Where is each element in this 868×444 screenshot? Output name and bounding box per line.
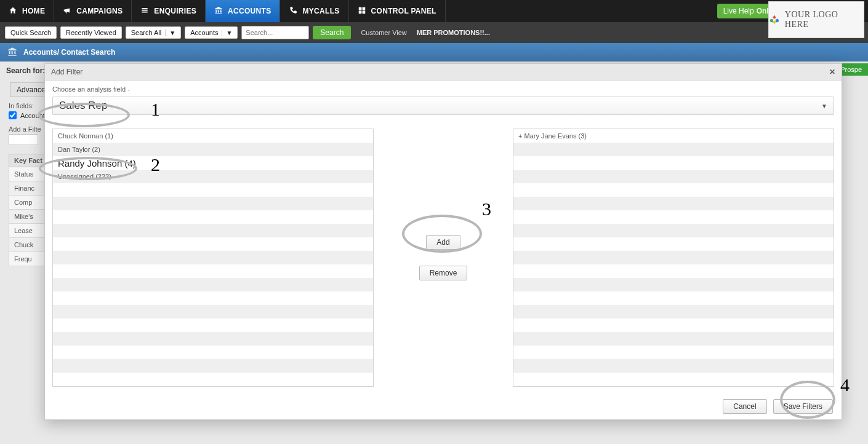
grid-icon — [358, 6, 366, 17]
list-item[interactable]: Unassigned (222) — [53, 170, 373, 183]
list-item[interactable]: Chuck Norman (1) — [53, 129, 373, 143]
list-item[interactable]: Randy Johnson (4) — [53, 156, 373, 170]
list-item[interactable]: Dan Taylor (2) — [53, 143, 373, 156]
logo-text: YOUR LOGO HERE — [785, 10, 864, 30]
list-item — [53, 183, 373, 197]
list-item[interactable]: + Mary Jane Evans (3) — [513, 129, 834, 143]
analysis-field-value: Sales Rep — [59, 100, 107, 112]
list-item — [513, 332, 834, 346]
modal-body: Choose an analysis field - Sales Rep ▼ C… — [45, 81, 842, 419]
save-filters-button[interactable]: Save Filters — [773, 399, 833, 414]
nav-home[interactable]: HOME — [0, 0, 54, 22]
nav-mycalls-label: MYCALLS — [302, 7, 339, 15]
selected-listbox[interactable]: + Mary Jane Evans (3) — [513, 129, 834, 387]
modal-footer: Cancel Save Filters — [723, 399, 833, 414]
nav-enquiries-label: ENQUIRIES — [154, 7, 196, 15]
phone-icon — [289, 6, 297, 17]
nav-accounts[interactable]: ACCOUNTS — [206, 0, 280, 22]
choose-field-label: Choose an analysis field - — [52, 85, 834, 93]
nav-control-panel-label: CONTROL PANEL — [371, 7, 436, 15]
lists-area: Chuck Norman (1)Dan Taylor (2)Randy John… — [52, 129, 834, 387]
list-item — [53, 237, 373, 251]
nav-enquiries[interactable]: ENQUIRIES — [132, 0, 206, 22]
list-item — [513, 359, 834, 373]
list-item — [513, 264, 834, 278]
modal-title: Add Filter — [51, 68, 82, 76]
list-item — [53, 210, 373, 224]
analysis-field-select[interactable]: Sales Rep ▼ — [52, 97, 834, 115]
cancel-button[interactable]: Cancel — [723, 399, 766, 414]
remove-button[interactable]: Remove — [419, 266, 468, 280]
quick-search-button[interactable]: Quick Search — [5, 26, 57, 39]
bank-icon — [214, 6, 223, 17]
modal-header: Add Filter ✕ — [45, 64, 842, 81]
list-item — [53, 346, 373, 359]
list-item — [513, 197, 834, 210]
list-icon — [140, 6, 149, 17]
mer-promo-text: MER PROMOTIONS!!... — [417, 29, 490, 36]
list-item — [513, 305, 834, 319]
bank-icon — [7, 47, 17, 58]
add-button[interactable]: Add — [426, 235, 460, 250]
page-title: Accounts/ Contact Search — [23, 48, 115, 57]
chevron-down-icon: ▼ — [165, 30, 175, 36]
list-item — [513, 143, 834, 156]
list-item — [53, 332, 373, 346]
nav-campaigns-label: CAMPAIGNS — [76, 7, 123, 15]
customer-view-link[interactable]: Customer View — [361, 29, 406, 36]
list-item — [513, 170, 834, 183]
top-nav: HOME CAMPAIGNS ENQUIRIES ACCOUNTS MYCALL… — [0, 0, 868, 22]
list-item — [53, 305, 373, 319]
list-item — [513, 278, 834, 291]
list-item — [53, 359, 373, 373]
logo-box: YOUR LOGO HERE — [768, 1, 864, 38]
list-item — [513, 291, 834, 305]
list-item — [53, 197, 373, 210]
search-all-label: Search All — [131, 29, 162, 36]
list-item — [513, 346, 834, 359]
list-item — [513, 183, 834, 197]
list-item — [513, 319, 834, 332]
list-item — [513, 224, 834, 237]
live-help-label: Live Help — [723, 7, 754, 15]
search-all-dropdown[interactable]: Search All ▼ — [126, 26, 181, 39]
search-input[interactable] — [241, 26, 309, 39]
search-button[interactable]: Search — [313, 26, 351, 39]
chevron-down-icon: ▼ — [821, 103, 827, 109]
nav-mycalls[interactable]: MYCALLS — [280, 0, 348, 22]
home-icon — [9, 6, 17, 17]
close-icon[interactable]: ✕ — [829, 68, 835, 76]
add-filter-modal: Add Filter ✕ Choose an analysis field - … — [44, 63, 842, 420]
available-listbox[interactable]: Chuck Norman (1)Dan Taylor (2)Randy John… — [52, 129, 374, 387]
list-item — [53, 251, 373, 264]
accounts-dropdown-label: Accounts — [190, 29, 218, 36]
nav-home-label: HOME — [22, 7, 45, 15]
logo-swirl-icon — [769, 14, 780, 25]
account-checkbox-label: Account — [20, 112, 45, 119]
filter-input-stub[interactable] — [9, 134, 38, 145]
recently-viewed-button[interactable]: Recently Viewed — [60, 26, 122, 39]
blue-title-bar: Accounts/ Contact Search — [0, 43, 868, 61]
list-item — [53, 224, 373, 237]
account-checkbox[interactable] — [9, 111, 17, 119]
list-item — [53, 278, 373, 291]
list-item — [513, 237, 834, 251]
chevron-down-icon: ▼ — [222, 30, 232, 36]
list-item — [53, 291, 373, 305]
nav-accounts-label: ACCOUNTS — [228, 7, 271, 15]
megaphone-icon — [63, 6, 71, 17]
transfer-buttons: Add Remove — [374, 129, 513, 387]
search-bar: Quick Search Recently Viewed Search All … — [0, 22, 868, 43]
list-item — [513, 156, 834, 170]
list-item — [53, 264, 373, 278]
nav-campaigns[interactable]: CAMPAIGNS — [54, 0, 132, 22]
list-item — [513, 251, 834, 264]
nav-control-panel[interactable]: CONTROL PANEL — [349, 0, 446, 22]
accounts-dropdown[interactable]: Accounts ▼ — [185, 26, 238, 39]
list-item — [513, 210, 834, 224]
list-item — [53, 319, 373, 332]
nav-spacer — [446, 0, 711, 22]
